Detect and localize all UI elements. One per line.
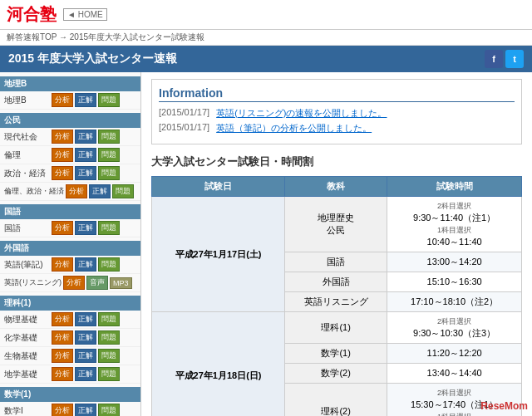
- subject-english-listening: 英語リスニング: [285, 292, 387, 312]
- day-sunday: 平成27年1月18日(日): [152, 312, 285, 417]
- subject-foreign-language: 外国語: [285, 272, 387, 292]
- page-title-bar: 2015 年度大学入試センター速報 f t: [0, 46, 532, 72]
- btn-analysis[interactable]: 分析: [52, 257, 73, 272]
- site-logo: 河合塾: [7, 3, 57, 26]
- btn-answer[interactable]: 正解: [89, 184, 111, 198]
- schedule-title: 大学入試センター試験日・時間割: [151, 154, 522, 169]
- sidebar-header-math1: 数学(1): [0, 387, 140, 402]
- sidebar-item-physics-basic: 物理基礎 分析 正解 問題: [0, 311, 140, 329]
- btn-answer[interactable]: 正解: [75, 166, 96, 180]
- info-row-1: [2015/01/17] 英語(リスニング)の速報を公開しました。: [159, 107, 515, 120]
- btn-analysis[interactable]: 分析: [63, 276, 85, 290]
- col-header-time: 試験時間: [387, 177, 522, 197]
- btn-problem[interactable]: 問題: [98, 330, 120, 345]
- sidebar: 地理B 地理B 分析 正解 問題 公民 現代社会 分析 正解 問題 倫理 分析 …: [0, 72, 141, 416]
- btn-analysis[interactable]: 分析: [52, 367, 73, 381]
- subject-geography-history: 地理歴史公民: [285, 197, 387, 252]
- subject-math2: 数学(2): [285, 364, 387, 384]
- btn-audio[interactable]: 音声: [86, 276, 108, 290]
- twitter-button[interactable]: t: [505, 50, 524, 68]
- btn-analysis[interactable]: 分析: [52, 93, 73, 107]
- subject-math1: 数学(1): [285, 344, 387, 364]
- sidebar-section-civics: 公民 現代社会 分析 正解 問題 倫理 分析 正解 問題 政治・経済 分析 正解…: [0, 113, 140, 201]
- btn-problem[interactable]: 問題: [98, 367, 120, 381]
- info-date-1: [2015/01/17]: [159, 107, 209, 120]
- btn-problem[interactable]: 問題: [98, 257, 120, 272]
- info-link-2[interactable]: 英語（筆記）の分析を公開しました。: [216, 122, 372, 135]
- btn-problem[interactable]: 問題: [98, 221, 120, 235]
- sidebar-item-ethics: 倫理 分析 正解 問題: [0, 146, 140, 164]
- sidebar-section-japanese: 国語 国語 分析 正解 問題: [0, 204, 140, 237]
- sidebar-header-foreign: 外国語: [0, 241, 140, 256]
- info-date-2: [2015/01/17]: [159, 122, 209, 135]
- btn-analysis[interactable]: 分析: [52, 404, 73, 416]
- btn-analysis[interactable]: 分析: [52, 166, 73, 180]
- table-row: 平成27年1月17日(土) 地理歴史公民 2科目選択 9:30～11:40（注1…: [152, 197, 522, 252]
- btn-analysis[interactable]: 分析: [66, 184, 87, 198]
- time-foreign: 15:10～16:30: [387, 272, 522, 292]
- btn-problem[interactable]: 問題: [98, 312, 120, 326]
- information-title: Information: [159, 86, 515, 102]
- sidebar-item-math1: 数学I 分析 正解 問題: [0, 402, 140, 416]
- sidebar-item-chemistry-basic: 化学基礎 分析 正解 問題: [0, 329, 140, 347]
- social-icons: f t: [485, 50, 524, 68]
- main-layout: 地理B 地理B 分析 正解 問題 公民 現代社会 分析 正解 問題 倫理 分析 …: [0, 72, 532, 416]
- sidebar-item-english-writing: 英語(筆記) 分析 正解 問題: [0, 256, 140, 274]
- btn-analysis[interactable]: 分析: [52, 130, 73, 144]
- sidebar-item-politics-economics: 政治・経済 分析 正解 問題: [0, 164, 140, 183]
- btn-answer[interactable]: 正解: [75, 367, 96, 381]
- time-math1: 11:20～12:20: [387, 344, 522, 364]
- sidebar-section-math1: 数学(1) 数学I 分析 正解 問題 数学I・数学A 分析 正解 問題 旧数学I…: [0, 387, 140, 416]
- sidebar-item-ethics-politics: 倫理、政治・経済 分析 正解 問題: [0, 183, 140, 201]
- resemom-watermark: ReseMom: [480, 400, 528, 412]
- sidebar-item-geography-b: 地理B 分析 正解 問題: [0, 91, 140, 110]
- page-title: 2015 年度大学入試センター速報: [8, 51, 177, 66]
- sidebar-header-japanese: 国語: [0, 204, 140, 219]
- info-row-2: [2015/01/17] 英語（筆記）の分析を公開しました。: [159, 122, 515, 135]
- btn-analysis[interactable]: 分析: [52, 312, 73, 326]
- day-saturday: 平成27年1月17日(土): [152, 197, 285, 312]
- facebook-button[interactable]: f: [485, 50, 503, 68]
- sidebar-section-geography: 地理B 地理B 分析 正解 問題: [0, 76, 140, 110]
- btn-problem[interactable]: 問題: [98, 148, 120, 162]
- table-row: 平成27年1月18日(日) 理科(1) 2科目選択 9:30～10:30（注3）: [152, 312, 522, 344]
- sidebar-header-geography: 地理B: [0, 76, 140, 91]
- header: 河合塾 ◄ HOME: [0, 0, 532, 30]
- btn-answer[interactable]: 正解: [75, 221, 96, 235]
- btn-problem[interactable]: 問題: [112, 184, 134, 198]
- time-math2: 13:40～14:40: [387, 364, 522, 384]
- schedule-table: 試験日 教科 試験時間 平成27年1月17日(土) 地理歴史公民 2科目選択 9…: [151, 176, 522, 416]
- breadcrumb: 解答速報TOP → 2015年度大学入試センター試験速報: [0, 30, 532, 46]
- btn-analysis[interactable]: 分析: [52, 221, 73, 235]
- btn-answer[interactable]: 正解: [75, 349, 96, 363]
- sidebar-section-foreign: 外国語 英語(筆記) 分析 正解 問題 英語(リスニング) 分析 音声 MP3: [0, 241, 140, 292]
- logo-text: 河合塾: [7, 5, 57, 23]
- btn-analysis[interactable]: 分析: [52, 330, 73, 345]
- btn-problem[interactable]: 問題: [98, 349, 120, 363]
- subject-science2: 理科(2): [285, 384, 387, 417]
- sidebar-item-japanese: 国語 分析 正解 問題: [0, 219, 140, 237]
- btn-problem[interactable]: 問題: [98, 166, 120, 180]
- btn-answer[interactable]: 正解: [75, 404, 96, 416]
- subject-japanese: 国語: [285, 252, 387, 272]
- col-header-subject: 教科: [285, 177, 387, 197]
- sidebar-item-english-listening: 英語(リスニング) 分析 音声 MP3: [0, 274, 140, 292]
- btn-answer[interactable]: 正解: [75, 93, 96, 107]
- btn-answer[interactable]: 正解: [75, 312, 96, 326]
- info-link-1[interactable]: 英語(リスニング)の速報を公開しました。: [216, 107, 387, 120]
- sidebar-header-civics: 公民: [0, 113, 140, 128]
- btn-problem[interactable]: 問題: [98, 130, 120, 144]
- btn-analysis[interactable]: 分析: [52, 148, 73, 162]
- btn-mp3[interactable]: MP3: [110, 277, 132, 289]
- btn-problem[interactable]: 問題: [98, 93, 120, 107]
- btn-analysis[interactable]: 分析: [52, 349, 73, 363]
- col-header-day: 試験日: [152, 177, 285, 197]
- sidebar-header-science1: 理科(1): [0, 296, 140, 311]
- btn-answer[interactable]: 正解: [75, 257, 96, 272]
- btn-answer[interactable]: 正解: [75, 130, 96, 144]
- home-link[interactable]: ◄ HOME: [63, 8, 107, 21]
- btn-answer[interactable]: 正解: [75, 330, 96, 345]
- btn-answer[interactable]: 正解: [75, 148, 96, 162]
- main-content: Information [2015/01/17] 英語(リスニング)の速報を公開…: [141, 72, 532, 416]
- btn-problem[interactable]: 問題: [98, 404, 120, 416]
